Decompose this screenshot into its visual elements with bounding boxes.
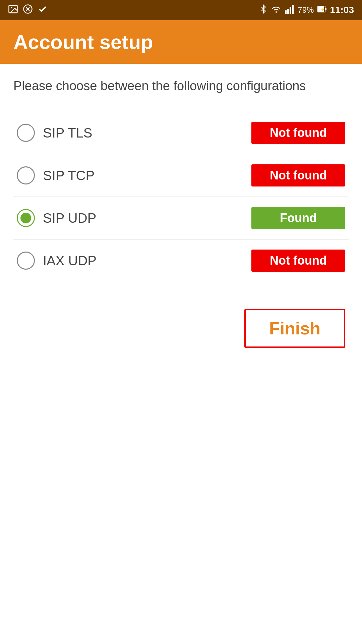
svg-point-5 [276, 11, 277, 13]
config-item-sip-tcp[interactable]: SIP TCP Not found [13, 154, 349, 197]
description-text: Please choose between the following conf… [13, 77, 349, 95]
config-left-sip-udp: SIP UDP [17, 209, 96, 227]
svg-rect-9 [292, 5, 294, 14]
config-item-sip-udp[interactable]: SIP UDP Found [13, 197, 349, 239]
svg-rect-6 [285, 10, 287, 14]
battery-icon: ⚡ [317, 4, 326, 16]
config-label-sip-udp: SIP UDP [43, 211, 96, 226]
config-list: SIP TLS Not found SIP TCP Not found SIP … [13, 112, 349, 282]
status-bar-left [8, 4, 48, 16]
config-left-sip-tcp: SIP TCP [17, 166, 95, 184]
image-icon [8, 4, 18, 16]
config-left-sip-tls: SIP TLS [17, 124, 93, 142]
config-label-iax-udp: IAX UDP [43, 253, 97, 268]
svg-rect-7 [287, 9, 289, 14]
radio-iax-udp[interactable] [17, 252, 35, 270]
config-label-sip-tls: SIP TLS [43, 125, 93, 141]
config-left-iax-udp: IAX UDP [17, 252, 97, 270]
checkmark-icon [38, 4, 48, 16]
cancel-icon [23, 4, 33, 16]
svg-rect-11 [325, 8, 326, 10]
finish-container: Finish [13, 309, 349, 348]
radio-sip-tls[interactable] [17, 124, 35, 142]
config-item-sip-tls[interactable]: SIP TLS Not found [13, 112, 349, 154]
battery-percentage: 79% [298, 5, 314, 15]
svg-point-1 [11, 7, 12, 8]
radio-sip-tcp[interactable] [17, 166, 35, 184]
svg-rect-8 [290, 7, 291, 14]
status-badge-sip-udp: Found [251, 207, 345, 229]
config-item-iax-udp[interactable]: IAX UDP Not found [13, 239, 349, 282]
status-time: 11:03 [330, 5, 354, 15]
svg-text:⚡: ⚡ [321, 7, 325, 11]
status-badge-sip-tcp: Not found [251, 164, 345, 186]
bluetooth-icon [259, 4, 267, 16]
radio-sip-udp[interactable] [17, 209, 35, 227]
wifi-icon [271, 4, 282, 16]
status-bar: 79% ⚡ 11:03 [0, 0, 362, 20]
app-bar: Account setup [0, 20, 362, 64]
status-bar-right: 79% ⚡ 11:03 [259, 4, 354, 16]
page-title: Account setup [13, 31, 153, 54]
status-badge-iax-udp: Not found [251, 250, 345, 272]
config-label-sip-tcp: SIP TCP [43, 168, 95, 183]
finish-button[interactable]: Finish [244, 309, 345, 348]
status-badge-sip-tls: Not found [251, 122, 345, 144]
signal-icon [285, 4, 294, 16]
main-content: Please choose between the following conf… [0, 64, 362, 361]
